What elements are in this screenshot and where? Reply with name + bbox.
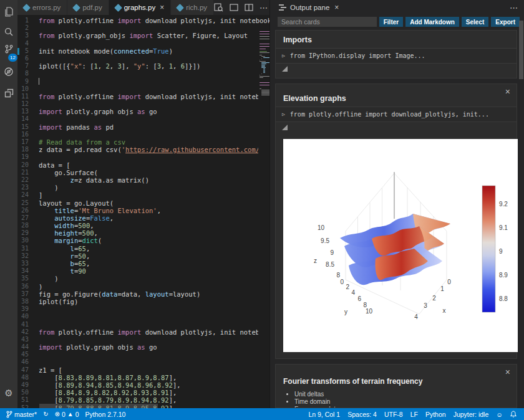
- vscode-window: 12 ⚙ errors.py pdf.py graphs.py × rich.p…: [0, 0, 524, 420]
- svg-text:2: 2: [432, 295, 436, 302]
- close-card-icon[interactable]: ×: [505, 87, 510, 96]
- svg-text:2: 2: [346, 284, 349, 290]
- code-line: 25layout = go.Layout(: [17, 199, 269, 207]
- surface-plot[interactable]: 109.598.58024681001234zyx9.29.198.98.8: [283, 139, 518, 352]
- svg-text:10: 10: [318, 224, 325, 231]
- feedback-smiley-icon[interactable]: ☺: [496, 411, 503, 418]
- tab-errors-py[interactable]: errors.py: [17, 0, 67, 15]
- card-title: Fourier transforms of terrain frequency: [276, 365, 517, 389]
- debug-icon[interactable]: [0, 64, 17, 80]
- fold-arrow-icon[interactable]: ▷: [282, 53, 285, 59]
- sync-icon[interactable]: ↻: [43, 411, 48, 418]
- code-line: 11from plotly.offline import download_pl…: [17, 93, 269, 100]
- code-line: 2: [17, 24, 269, 32]
- cursor-position-status[interactable]: Ln 9, Col 1: [308, 411, 340, 418]
- collapsed-code-cell[interactable]: ▷ from plotly.offline import download_pl…: [276, 107, 517, 122]
- search-cards-input[interactable]: [278, 17, 377, 27]
- close-card-icon[interactable]: ×: [505, 368, 510, 376]
- code-line: 28 width=500,: [17, 222, 269, 229]
- svg-text:9.1: 9.1: [499, 224, 508, 231]
- activity-bar: 12 ⚙: [0, 0, 17, 408]
- code-line: 27 autosize=False,: [17, 214, 269, 222]
- svg-text:9: 9: [499, 248, 503, 255]
- more-actions-icon[interactable]: ⋯: [260, 3, 268, 12]
- card-resize-handle[interactable]: [282, 66, 288, 72]
- card-title: Imports: [276, 31, 517, 48]
- close-tab-icon[interactable]: ×: [160, 3, 164, 12]
- add-markdown-button[interactable]: Add Markdown: [405, 17, 459, 27]
- code-line: 8: [17, 70, 269, 77]
- code-line: 41: [17, 321, 269, 328]
- explorer-icon[interactable]: [0, 4, 17, 20]
- code-line: 45: [17, 351, 269, 358]
- card-elevation-graphs: × Elevation graphs ▷ from plotly.offline…: [275, 84, 517, 359]
- svg-text:9.5: 9.5: [321, 237, 329, 244]
- code-line: 9: [17, 78, 269, 85]
- code-line: 19: [17, 153, 269, 161]
- svg-text:0: 0: [447, 279, 451, 285]
- panel-scrollbar[interactable]: [519, 21, 523, 79]
- svg-text:4: 4: [351, 289, 355, 296]
- code-line: 36): [17, 283, 269, 290]
- text-cursor: [39, 78, 39, 85]
- card-fourier: × Fourier transforms of terrain frequenc…: [275, 364, 517, 408]
- python-interpreter-status[interactable]: Python 2.7.10: [85, 411, 126, 418]
- code-editor[interactable]: 1from plotly.offline import download_plo…: [17, 15, 269, 408]
- code-line: 7iplot([{"x": [1, 2, 3], "y": [3, 1, 6]}…: [17, 62, 269, 70]
- code-line: 6: [17, 55, 269, 62]
- notifications-bell-icon[interactable]: [510, 411, 517, 418]
- fold-arrow-icon[interactable]: ▷: [282, 112, 285, 117]
- code-line: 21 go.Surface(: [17, 169, 269, 176]
- settings-gear-icon[interactable]: ⚙: [0, 385, 17, 401]
- extensions-icon[interactable]: [0, 85, 17, 101]
- code-line: 51 [8.79,8.85,8.79,8.9,8.94,8.92],: [17, 396, 269, 404]
- svg-text:x: x: [443, 307, 446, 314]
- jupyter-status[interactable]: Jupyter: idle: [454, 411, 489, 418]
- code-line: 35 ): [17, 275, 269, 282]
- code-line: 42from plotly.offline import download_pl…: [17, 328, 269, 336]
- svg-text:1: 1: [440, 285, 444, 292]
- close-panel-icon[interactable]: ×: [334, 3, 339, 12]
- export-button[interactable]: Export: [491, 17, 520, 27]
- code-line: 33 b=65,: [17, 260, 269, 267]
- code-lines: 1from plotly.offline import download_plo…: [17, 17, 269, 408]
- warnings-icon: ▲: [67, 411, 74, 418]
- collapsed-code-cell[interactable]: ▷ from IPython.display import Image...: [276, 48, 517, 64]
- svg-text:y: y: [344, 308, 347, 315]
- layout-columns-icon[interactable]: [245, 4, 253, 11]
- git-branch-status[interactable]: master*: [6, 411, 37, 418]
- code-line: 32 r=50,: [17, 252, 269, 260]
- card-imports: Imports ▷ from IPython.display import Im…: [275, 30, 517, 79]
- open-preview-icon[interactable]: [214, 3, 223, 12]
- eol-status[interactable]: LF: [410, 411, 418, 418]
- code-line: 4: [17, 40, 269, 47]
- minimap[interactable]: [258, 30, 269, 408]
- filter-button[interactable]: Filter: [379, 17, 403, 27]
- panel-tab-row: Output pane × ⋯: [270, 0, 524, 15]
- tab-rich-py[interactable]: rich.py: [171, 0, 214, 15]
- svg-text:8.8: 8.8: [499, 295, 508, 302]
- code-line: 46: [17, 358, 269, 366]
- problems-status[interactable]: ⊗ 0 ▲ 0: [55, 411, 79, 418]
- git-modified-marker: [17, 48, 19, 55]
- language-mode-status[interactable]: Python: [425, 411, 446, 418]
- tab-output-pane[interactable]: Output pane ×: [270, 0, 345, 15]
- editor-horizontal-scrollbar[interactable]: [39, 404, 158, 408]
- svg-text:6: 6: [357, 295, 361, 302]
- search-icon[interactable]: [0, 24, 17, 40]
- split-editor-icon[interactable]: [230, 4, 238, 11]
- panel-more-icon[interactable]: ⋯: [510, 3, 524, 12]
- output-pane-panel: Output pane × ⋯ Filter Add Markdown Sele…: [269, 0, 524, 408]
- encoding-status[interactable]: UTF-8: [384, 411, 403, 418]
- indentation-status[interactable]: Spaces: 4: [347, 411, 377, 418]
- code-line: 24]: [17, 191, 269, 199]
- code-line: 40: [17, 313, 269, 320]
- select-button[interactable]: Select: [462, 17, 488, 27]
- code-line: 3from plotly.graph_objs import Scatter, …: [17, 32, 269, 39]
- tab-graphs-py[interactable]: graphs.py ×: [109, 0, 172, 15]
- tab-pdf-py[interactable]: pdf.py: [67, 0, 109, 15]
- card-title: Elevation graphs: [276, 84, 517, 107]
- code-line: 12: [17, 100, 269, 108]
- svg-text:9.2: 9.2: [499, 201, 508, 208]
- card-resize-handle[interactable]: [282, 125, 288, 130]
